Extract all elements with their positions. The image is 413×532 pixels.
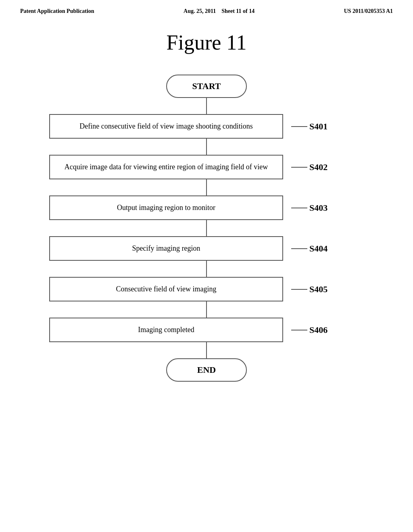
step-row-s404: Specify imaging region S404 bbox=[49, 236, 364, 261]
header-publication-label: Patent Application Publication bbox=[20, 8, 94, 15]
connector-s404-s405 bbox=[49, 261, 364, 277]
connector-s401-s402 bbox=[49, 139, 364, 155]
header-patent-number: US 2011/0205353 A1 bbox=[344, 8, 393, 15]
figure-title: Figure 11 bbox=[0, 31, 413, 54]
step-label-s406: S406 bbox=[291, 325, 327, 335]
step-label-s404: S404 bbox=[291, 243, 327, 254]
process-box-s403: Output imaging region to monitor bbox=[49, 195, 283, 220]
line bbox=[206, 342, 207, 358]
connector-s402-s403 bbox=[49, 179, 364, 195]
connector-s405-s406 bbox=[49, 301, 364, 318]
step-row-s401: Define consecutive field of view image s… bbox=[49, 114, 364, 139]
start-shape: START bbox=[166, 75, 247, 98]
process-box-s404: Specify imaging region bbox=[49, 236, 283, 261]
step-row-s403: Output imaging region to monitor S403 bbox=[49, 195, 364, 220]
step-row-s405: Consecutive field of view imaging S405 bbox=[49, 277, 364, 301]
page-header: Patent Application Publication Aug. 25, … bbox=[0, 0, 413, 19]
end-shape: END bbox=[166, 358, 247, 382]
start-wrapper: START bbox=[49, 75, 364, 98]
process-box-s405: Consecutive field of view imaging bbox=[49, 277, 283, 301]
header-date: Aug. 25, 2011 bbox=[184, 8, 216, 14]
step-label-s405: S405 bbox=[291, 284, 327, 295]
step-row-s402: Acquire image data for viewing entire re… bbox=[49, 155, 364, 179]
step-label-s403: S403 bbox=[291, 203, 327, 213]
line bbox=[206, 261, 207, 277]
process-box-s406: Imaging completed bbox=[49, 318, 283, 342]
header-date-sheet: Aug. 25, 2011 Sheet 11 of 14 bbox=[184, 8, 254, 15]
line bbox=[206, 220, 207, 236]
step-label-s402: S402 bbox=[291, 162, 327, 172]
process-box-s402: Acquire image data for viewing entire re… bbox=[49, 155, 283, 179]
step-row-s406: Imaging completed S406 bbox=[49, 318, 364, 342]
process-box-s401: Define consecutive field of view image s… bbox=[49, 114, 283, 139]
line bbox=[206, 179, 207, 195]
connector-s406-end bbox=[49, 342, 364, 358]
line bbox=[206, 301, 207, 318]
connector-start-s401 bbox=[49, 98, 364, 114]
step-label-s401: S401 bbox=[291, 121, 327, 132]
connector-s403-s404 bbox=[49, 220, 364, 236]
line bbox=[206, 139, 207, 155]
end-wrapper: END bbox=[49, 358, 364, 382]
flowchart: START Define consecutive field of view i… bbox=[0, 75, 413, 382]
header-sheet: Sheet 11 of 14 bbox=[221, 8, 254, 14]
line bbox=[206, 98, 207, 114]
